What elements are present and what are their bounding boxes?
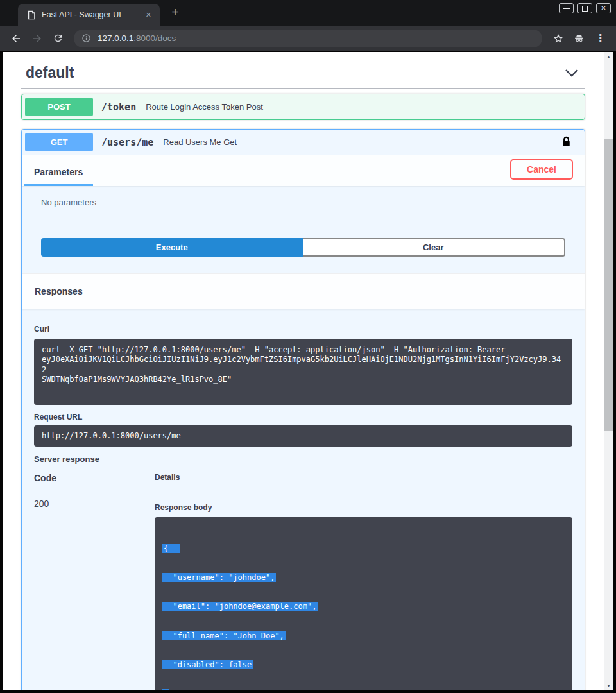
request-url-value: http://127.0.0.1:8000/users/me	[34, 425, 572, 447]
browser-menu-button[interactable]: ⋮	[590, 28, 611, 49]
scrollbar[interactable]: ▲ ▼	[604, 52, 613, 690]
url-text: 127.0.0.1:8000/docs	[98, 33, 176, 43]
opblock-post-token: POST /token Route Login Access Token Pos…	[21, 94, 585, 120]
browser-window: Fast API - Swagger UI ✕ + ✕ 127.0.0.1:80…	[0, 0, 616, 693]
minimize-icon	[563, 8, 570, 9]
window-controls: ✕	[559, 3, 611, 13]
star-icon	[552, 33, 564, 44]
endpoint-path: /users/me	[101, 137, 153, 148]
method-badge-post: POST	[25, 98, 93, 116]
tab-parameters[interactable]: Parameters	[24, 155, 93, 186]
json-line: "email": "johndoe@example.com",	[162, 602, 318, 611]
scroll-down-arrow[interactable]: ▼	[604, 681, 613, 690]
json-line: "username": "johndoe",	[162, 573, 276, 582]
responses-section-title: Responses	[22, 273, 585, 309]
response-details: Response body { "username": "johndoe", "…	[155, 490, 572, 690]
response-body[interactable]: { "username": "johndoe", "email": "johnd…	[155, 517, 572, 690]
incognito-indicator	[569, 28, 590, 49]
responses-wrapper: Curl curl -X GET "http://127.0.0.1:8000/…	[22, 309, 585, 690]
api-section-header[interactable]: default	[21, 58, 585, 89]
browser-tab[interactable]: Fast API - Swagger UI ✕	[18, 4, 160, 26]
details-column-header: Details	[155, 473, 180, 483]
close-icon: ✕	[601, 5, 606, 12]
bookmark-button[interactable]	[547, 28, 569, 49]
url-host: 127.0.0.1	[98, 33, 133, 43]
kebab-menu-icon: ⋮	[595, 32, 606, 44]
opblock-get-users-me: GET /users/me Read Users Me Get Paramete	[21, 129, 585, 690]
tab-close-icon[interactable]: ✕	[142, 10, 155, 21]
server-response-label: Server response	[34, 454, 572, 464]
tab-title: Fast API - Swagger UI	[42, 10, 142, 19]
opblock-summary[interactable]: GET /users/me Read Users Me Get	[22, 130, 585, 155]
server-response-table-header: Code Details	[34, 473, 572, 490]
url-path: :8000/docs	[133, 33, 176, 43]
parameters-header: Parameters Cancel	[22, 155, 585, 186]
back-button[interactable]	[5, 28, 26, 49]
chevron-down-icon[interactable]	[565, 69, 579, 77]
scroll-up-arrow[interactable]: ▲	[604, 52, 613, 62]
curl-command[interactable]: curl -X GET "http://127.0.0.1:8000/users…	[34, 339, 572, 405]
endpoint-summary: Read Users Me Get	[163, 137, 237, 147]
titlebar: Fast API - Swagger UI ✕ + ✕	[0, 0, 616, 26]
no-parameters-text: No parameters	[22, 186, 585, 207]
lock-icon	[561, 136, 571, 148]
maximize-icon	[582, 6, 588, 12]
window-maximize-button[interactable]	[578, 3, 592, 13]
window-close-button[interactable]: ✕	[596, 3, 611, 13]
scrollbar-thumb[interactable]	[604, 139, 613, 431]
server-response-row: 200 Response body { "username": "johndoe…	[34, 490, 572, 690]
endpoint-path: /token	[101, 101, 136, 113]
browser-toolbar: 127.0.0.1:8000/docs ⋮	[0, 26, 616, 51]
reload-button[interactable]	[47, 28, 69, 49]
auth-lock-button[interactable]	[561, 136, 571, 148]
page-info-icon[interactable]	[81, 33, 91, 43]
page-viewport: default POST /token Route Login Access T…	[3, 52, 613, 690]
cancel-button[interactable]: Cancel	[510, 159, 573, 180]
new-tab-button[interactable]: +	[167, 4, 184, 21]
section-title: default	[26, 64, 74, 81]
execute-button[interactable]: Execute	[41, 238, 303, 257]
back-arrow-icon	[10, 33, 22, 44]
response-body-label: Response body	[155, 503, 572, 512]
forward-arrow-icon	[31, 33, 43, 44]
request-url-label: Request URL	[34, 413, 572, 422]
opblock-summary[interactable]: POST /token Route Login Access Token Pos…	[22, 94, 585, 119]
json-line: "disabled": false	[162, 660, 253, 669]
json-line: {	[162, 544, 180, 553]
endpoint-summary: Route Login Access Token Post	[146, 102, 263, 112]
page-favicon-icon	[27, 10, 36, 20]
swagger-page: default POST /token Route Login Access T…	[3, 52, 604, 690]
json-line: }	[162, 689, 169, 690]
status-code: 200	[34, 490, 155, 690]
reload-icon	[53, 33, 64, 44]
clear-button[interactable]: Clear	[303, 238, 566, 257]
execute-row: Execute Clear	[22, 207, 585, 273]
json-line: "full_name": "John Doe",	[162, 631, 286, 640]
incognito-icon	[573, 32, 585, 44]
method-badge-get: GET	[25, 133, 93, 151]
window-minimize-button[interactable]	[559, 3, 574, 13]
curl-label: Curl	[34, 325, 572, 334]
forward-button[interactable]	[26, 28, 47, 49]
code-column-header: Code	[34, 473, 155, 483]
address-bar[interactable]: 127.0.0.1:8000/docs	[74, 30, 542, 47]
